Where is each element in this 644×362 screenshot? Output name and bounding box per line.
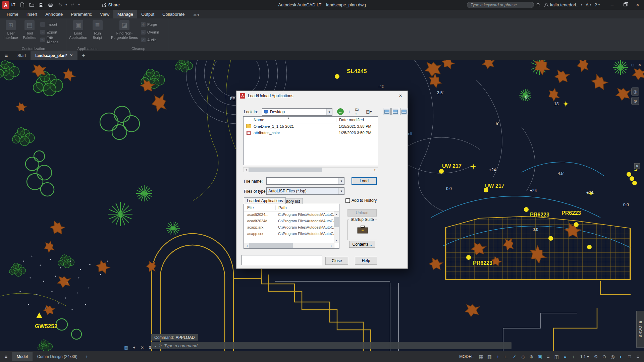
layout-tab[interactable]: Comm Design (24x36) bbox=[33, 352, 82, 361]
isodraft-icon[interactable]: ◇ bbox=[519, 354, 527, 359]
import-button[interactable]: →Import bbox=[40, 21, 65, 28]
new-layout-button[interactable]: + bbox=[82, 352, 92, 361]
undo-icon[interactable] bbox=[56, 1, 63, 9]
isolate-objects-icon[interactable]: ◎ bbox=[608, 354, 617, 359]
redo-icon[interactable] bbox=[69, 1, 76, 9]
horizontal-scrollbar[interactable]: ◂ ▸ bbox=[244, 243, 334, 248]
annotation-visibility-icon[interactable]: ▲ bbox=[561, 354, 569, 359]
scroll-right-icon[interactable]: ▸ bbox=[373, 168, 378, 172]
graphics-performance-icon[interactable]: ◐ bbox=[617, 354, 625, 359]
ribbon-display-options[interactable]: ▭ ▾ bbox=[191, 11, 202, 18]
autocad-logo-icon[interactable]: A bbox=[2, 1, 9, 9]
files-of-type-dropdown[interactable]: AutoLISP Files (*.lsp) ▼ bbox=[266, 187, 344, 195]
palette-close-icon[interactable]: ✕ bbox=[634, 163, 640, 169]
selection-cycling-icon[interactable]: ◫ bbox=[552, 354, 561, 359]
workspace-settings-icon[interactable]: ⚙ bbox=[592, 354, 600, 359]
back-icon[interactable]: ← bbox=[337, 108, 344, 115]
name-column-header[interactable]: Name bbox=[254, 118, 264, 122]
object-snap-icon[interactable]: ▣ bbox=[536, 354, 544, 359]
file-name-combo[interactable]: ▼ bbox=[266, 177, 344, 185]
overkill-button[interactable]: ≈Overkill bbox=[141, 29, 160, 36]
model-space-label[interactable]: MODEL bbox=[459, 354, 474, 359]
ortho-icon[interactable]: ∟ bbox=[502, 354, 511, 359]
thumbnail-option-button-3[interactable] bbox=[400, 108, 408, 115]
thumbnail-option-button-1[interactable] bbox=[383, 108, 391, 115]
drawing-restore-icon[interactable]: □ bbox=[632, 63, 634, 67]
briefcase-icon[interactable] bbox=[357, 225, 368, 234]
tab-annotate[interactable]: Annotate bbox=[41, 10, 67, 18]
scrollbar-thumb[interactable] bbox=[334, 217, 339, 227]
polar-tracking-icon[interactable]: ∠ bbox=[511, 354, 519, 359]
tab-view[interactable]: View bbox=[96, 10, 113, 18]
grid-display-icon[interactable]: ▦ bbox=[123, 345, 129, 350]
minimize-button[interactable]: ─ bbox=[606, 0, 619, 10]
search-icon[interactable] bbox=[536, 3, 541, 7]
grid-icon[interactable]: ▦ bbox=[477, 354, 485, 359]
lineweight-icon[interactable]: ≡ bbox=[544, 354, 552, 359]
tab-start[interactable]: Start bbox=[13, 51, 31, 60]
add-to-history-checkbox[interactable]: Add to History bbox=[345, 198, 377, 203]
recent-commands-icon[interactable]: ⌄ bbox=[154, 343, 157, 348]
load-application-button[interactable]: ▣ Load Application bbox=[70, 20, 87, 45]
tab-loaded-applications[interactable]: Loaded Applications bbox=[244, 197, 286, 204]
drawing-minimize-icon[interactable]: ─ bbox=[625, 63, 628, 67]
contents-button[interactable]: Contents... bbox=[349, 241, 375, 248]
autodesk-apps-menu[interactable]: A ▾ bbox=[586, 2, 591, 7]
drawing-close-icon[interactable]: ✕ bbox=[638, 63, 641, 67]
tab-output[interactable]: Output bbox=[137, 10, 158, 18]
snap-icon[interactable]: ▥ bbox=[485, 354, 494, 359]
edit-aliases-button[interactable]: ✎Edit Aliases bbox=[40, 37, 65, 43]
dialog-titlebar[interactable]: A Load/Unload Applications bbox=[236, 91, 408, 101]
find-non-purgeable-button[interactable]: ◪ Find Non-Purgeable Items bbox=[111, 20, 138, 45]
pan-icon[interactable]: ⊕ bbox=[631, 97, 639, 105]
qat-customize-icon[interactable]: ▾ bbox=[78, 3, 80, 6]
list-header[interactable]: Name ▴ Date modified bbox=[244, 117, 378, 123]
new-file-icon[interactable] bbox=[18, 1, 26, 9]
table-row[interactable]: acadlt2024d... C:\Program Files\Autodesk… bbox=[244, 218, 339, 224]
tab-home[interactable]: Home bbox=[3, 10, 22, 18]
horizontal-scrollbar[interactable]: ◂ ▸ bbox=[243, 167, 378, 172]
list-item[interactable]: OneDrive_1_1-15-2021 1/15/2021 3:58 PM bbox=[244, 123, 378, 130]
help-button[interactable]: Help bbox=[355, 257, 377, 265]
path-column-header[interactable]: Path bbox=[275, 205, 287, 210]
table-row[interactable]: acadlt2024... C:\Program Files\Autodesk\… bbox=[244, 212, 339, 218]
file-column-header[interactable]: File bbox=[247, 205, 254, 210]
user-account-menu[interactable]: kaila.tenedori... ▾ bbox=[544, 2, 582, 7]
close-icon[interactable]: ✕ bbox=[140, 345, 145, 350]
new-folder-icon[interactable]: 🗀+ bbox=[355, 108, 361, 115]
date-column-header[interactable]: Date modified bbox=[336, 118, 364, 122]
export-button[interactable]: ←Export bbox=[40, 29, 65, 36]
search-input[interactable] bbox=[467, 2, 534, 8]
tool-palettes-button[interactable]: ▤ Tool Palettes bbox=[21, 20, 38, 45]
tab-landscape-plan[interactable]: landscape_plan* ✕ bbox=[31, 51, 77, 60]
user-interface-button[interactable]: ⊞ User Interface bbox=[3, 20, 19, 45]
layout-menu-icon[interactable]: ≡ bbox=[0, 354, 12, 359]
blocks-palette-tab[interactable]: BLOCKS bbox=[636, 311, 644, 348]
scroll-right-icon[interactable]: ▸ bbox=[329, 243, 334, 248]
annotation-monitor-icon[interactable]: ⊙ bbox=[600, 354, 608, 359]
purge-button[interactable]: ⊘Purge bbox=[141, 21, 160, 28]
checkbox-icon[interactable] bbox=[345, 198, 350, 203]
audit-button[interactable]: ✓Audit bbox=[141, 37, 160, 43]
navigation-wheel-icon[interactable]: ◎ bbox=[631, 87, 639, 96]
up-one-level-icon[interactable]: ↑ bbox=[346, 108, 353, 115]
scroll-left-icon[interactable]: ◂ bbox=[244, 168, 249, 172]
plot-icon[interactable] bbox=[47, 1, 54, 9]
table-row[interactable]: acapp.arx C:\Program Files\Autodesk\Auto… bbox=[244, 224, 339, 231]
dialog-close-icon[interactable]: ✕ bbox=[395, 93, 406, 99]
scroll-left-icon[interactable]: ◂ bbox=[244, 243, 249, 248]
file-browser-list[interactable]: Name ▴ Date modified OneDrive_1_1-15-202… bbox=[243, 116, 378, 165]
undo-dropdown-icon[interactable]: ▾ bbox=[65, 3, 67, 6]
loaded-applications-table[interactable]: File Path acadlt2024... C:\Program Files… bbox=[244, 204, 339, 249]
close-icon[interactable]: ✕ bbox=[70, 53, 73, 58]
scroll-up-icon[interactable]: ▴ bbox=[334, 212, 339, 217]
autoscale-icon[interactable]: ↕ bbox=[569, 354, 578, 359]
scrollbar-thumb[interactable] bbox=[249, 168, 322, 172]
restore-button[interactable] bbox=[619, 0, 631, 10]
scrollbar-thumb[interactable] bbox=[249, 243, 293, 248]
save-icon[interactable] bbox=[37, 1, 45, 9]
file-name-input[interactable] bbox=[268, 178, 337, 184]
annotation-scale-button[interactable]: 1:1 ▾ bbox=[578, 354, 592, 359]
scroll-down-icon[interactable]: ▾ bbox=[334, 238, 339, 243]
vertical-scrollbar[interactable]: ▴ ▾ bbox=[334, 212, 339, 243]
